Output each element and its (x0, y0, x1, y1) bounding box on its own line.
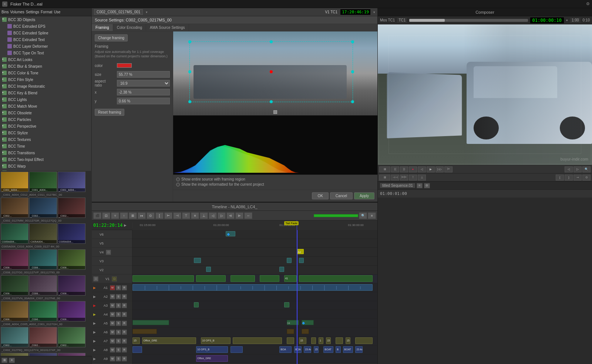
a3-mute[interactable]: M (110, 303, 115, 308)
effect-two-input[interactable]: ▸ BCC Two-Input Effect (0, 156, 91, 163)
clip-a5-3[interactable]: 🔷 (302, 320, 314, 325)
cancel-button[interactable]: Cancel (330, 192, 353, 199)
comp-btn-3[interactable]: ⟩⟩ (400, 166, 408, 172)
a9-rec[interactable]: R (122, 356, 127, 361)
clip-a8-11[interactable]: 23 Ar (355, 346, 363, 353)
nav-settings[interactable]: Settings (26, 10, 39, 14)
clip-a8-3[interactable] (231, 346, 243, 353)
thumbnail[interactable]: _C006... (1, 301, 28, 321)
a1-mute[interactable]: M (110, 285, 115, 290)
settings-icon[interactable]: ⚙ (586, 1, 590, 6)
change-framing-button[interactable]: Change framing (95, 34, 128, 41)
thumbnail[interactable]: _C002... (1, 327, 28, 347)
apply-button[interactable]: Apply (354, 192, 374, 199)
x-input[interactable] (117, 89, 170, 95)
thumbnail[interactable]: C005A004... (29, 223, 57, 244)
comp-row2-btn-8[interactable]: ⊸ (574, 175, 582, 181)
clip-a8-2[interactable]: 10 OPS_B (196, 346, 228, 353)
clip-dropdown[interactable]: C002_C005_0217MS_001 (94, 9, 143, 15)
comp-row2-btn-2[interactable]: ⊣⊣ (391, 175, 399, 181)
thumbnail[interactable]: C005... (29, 353, 57, 356)
radio-2[interactable] (176, 183, 180, 186)
effect-time[interactable]: ▸ BCC Time (0, 143, 91, 149)
clip-v4-marker[interactable]: Ad (297, 249, 304, 254)
clip-a7-2[interactable]: Office_GRE (142, 337, 196, 344)
clip-a7-8[interactable]: 1 (319, 337, 323, 344)
effect-art[interactable]: ▸ BCC Art Looks (0, 56, 91, 63)
clip-v1-1[interactable] (132, 275, 194, 282)
a6-rec[interactable]: R (122, 330, 127, 335)
comp-btn-1[interactable]: ⊞ (379, 166, 390, 172)
a2-solo[interactable]: S (116, 294, 121, 299)
comp-row2-btn-9[interactable]: ⊙ (582, 175, 591, 181)
tl-btn-8[interactable]: [ (155, 212, 164, 219)
thumbnail[interactable]: _C008... (29, 275, 57, 296)
clip-a7-3[interactable]: 10 OPS_B (201, 337, 230, 344)
nav-volumes[interactable]: Volumes (10, 10, 24, 14)
tl-zoom-out[interactable]: 🔍 (359, 212, 367, 219)
clip-a8-5[interactable]: BOA (294, 346, 302, 353)
clip-a8-10[interactable]: BOAT (343, 346, 353, 353)
a3-rec[interactable]: R (122, 303, 127, 308)
effect-transitions[interactable]: ▸ BCC Transitions (0, 149, 91, 156)
clip-a1[interactable] (132, 284, 373, 291)
thumbnail[interactable]: C005A004... (58, 223, 85, 244)
tab-ama[interactable]: AMA Source Settings (146, 24, 189, 31)
thumbnail[interactable]: _C002... (58, 327, 85, 347)
v1-lock[interactable]: □ (112, 276, 117, 282)
tl-btn-16[interactable]: ⊲ (226, 212, 235, 219)
playhead-arrow[interactable]: ▶ (124, 223, 127, 227)
effect-match[interactable]: ▸ BCC Match Move (0, 103, 91, 109)
radio-1[interactable] (176, 178, 180, 181)
a6-mute[interactable]: M (110, 330, 115, 335)
effect-film[interactable]: ▸ BCC Film Style (0, 76, 91, 83)
thumbnail[interactable]: _C008... (58, 275, 85, 296)
comp-btn-8[interactable]: ⊢ (444, 166, 453, 172)
tab-color-encoding[interactable]: Color Encoding (113, 24, 146, 31)
clip-a6-1[interactable] (132, 329, 157, 334)
clip-a7-4[interactable] (233, 337, 282, 344)
effect-perspective[interactable]: ▸ BCC Perspective (0, 123, 91, 129)
effect-bcc-text[interactable]: BCC Extruded Text (0, 36, 91, 43)
clip-a3[interactable] (194, 302, 199, 307)
nav-use[interactable]: Use (54, 10, 61, 14)
clip[interactable]: 🔷 (226, 231, 235, 236)
a7-solo[interactable]: S (116, 338, 121, 344)
a8-mute[interactable]: M (110, 347, 115, 353)
comp-row2-btn-6[interactable]: [ (556, 175, 564, 181)
thumbnail[interactable]: _C008... (58, 249, 85, 270)
thumbnail[interactable]: _C001_A004... (1, 172, 28, 192)
color-swatch[interactable] (117, 63, 132, 68)
a7-mute[interactable]: M (110, 338, 115, 344)
effect-lights[interactable]: ▸ BCC Lights (0, 96, 91, 103)
y-input[interactable] (117, 98, 170, 104)
thumbnail[interactable]: _C001_A004... (29, 172, 57, 192)
thumbnail[interactable]: _C002... (29, 198, 57, 218)
thumbnail[interactable]: C005... (1, 353, 28, 356)
clip-a5-1[interactable] (132, 320, 169, 325)
tl-btn-6[interactable]: ↦ (138, 212, 146, 219)
ok-button[interactable]: OK (312, 192, 328, 199)
tl-btn-14[interactable]: ◁ (209, 212, 217, 219)
a4-solo[interactable]: S (116, 312, 121, 317)
seq-btn-1[interactable]: ≡ (417, 183, 423, 188)
a5-solo[interactable]: S (116, 321, 121, 326)
clip-v2-1[interactable] (206, 267, 211, 272)
tl-btn-5[interactable]: ⊞ (129, 212, 137, 219)
tc-dropdown-arrow[interactable]: ▾ (566, 18, 568, 22)
reset-framing-button[interactable]: Reset framing (95, 109, 124, 116)
clip-a8-8[interactable]: BOAT (323, 346, 333, 353)
clip-a8-4[interactable]: BOA (279, 346, 292, 353)
clip-v1-4[interactable] (260, 275, 279, 282)
thumbnail[interactable]: C005... (58, 353, 85, 356)
comp-btn-5[interactable]: ◁ (418, 166, 426, 172)
thumbnail[interactable]: C005A004... (1, 223, 28, 244)
tl-btn-1[interactable]: ⬛ (93, 212, 101, 219)
a4-mute[interactable]: M (110, 312, 115, 317)
a1-solo[interactable]: S (116, 285, 121, 290)
tl-btn-7[interactable]: ⊙ (147, 212, 155, 219)
effect-particles[interactable]: ▸ BCC Particles (0, 116, 91, 123)
comp-row2-btn-1[interactable]: ⊞ (379, 175, 390, 181)
clip-a6-3[interactable] (302, 329, 309, 334)
v4-lock[interactable]: □ (106, 250, 111, 255)
